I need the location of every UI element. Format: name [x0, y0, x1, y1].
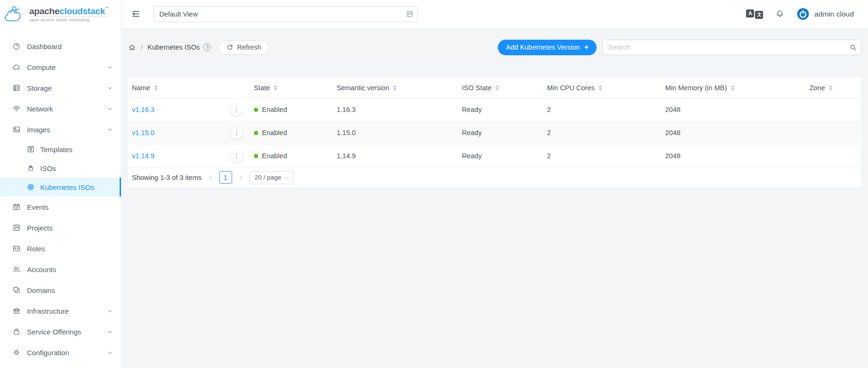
page-number-button[interactable]: 1: [219, 171, 232, 184]
page-content: / Kubernetes ISOs ? Refresh Add Kubernet…: [122, 28, 868, 368]
sidebar-item-dashboard[interactable]: Dashboard: [0, 36, 121, 57]
column-header-zone[interactable]: Zone: [806, 84, 861, 92]
table-card: Name State Semantic version ISO State Mi…: [128, 77, 861, 187]
reload-icon: [226, 44, 233, 51]
sidebar-item-isos[interactable]: ISOs: [0, 159, 121, 178]
version-link[interactable]: v1.14.9: [132, 152, 155, 160]
version-link[interactable]: v1.16.3: [132, 106, 155, 113]
brand-trademark: ™: [105, 6, 109, 10]
sidebar-item-label: Templates: [40, 145, 72, 154]
brand-apache: apache: [29, 6, 60, 16]
sidebar-item-label: Service Offerings: [27, 328, 81, 336]
column-header-name[interactable]: Name: [128, 84, 250, 92]
sort-icon: [731, 85, 735, 91]
sidebar-item-infrastructure[interactable]: Infrastructure: [0, 300, 121, 321]
pagination-summary: Showing 1-3 of 3 items: [132, 174, 202, 181]
sort-icon: [495, 85, 499, 91]
cloudstack-mascot-icon: [4, 4, 26, 25]
main-area: A 文 admin cloud / Kubernetes ISOs ?: [122, 0, 868, 368]
translate-letter-a: A: [746, 9, 754, 17]
min-memory-cell: 2048: [661, 152, 806, 160]
sidebar-item-network[interactable]: Network: [0, 98, 121, 119]
chevron-down-icon: [107, 65, 113, 70]
plus-icon: +: [584, 43, 589, 51]
user-menu[interactable]: admin cloud: [797, 8, 854, 20]
page-header: / Kubernetes ISOs ? Refresh Add Kubernet…: [128, 36, 861, 59]
roles-icon: [12, 244, 21, 253]
help-icon[interactable]: ?: [203, 43, 211, 51]
sidebar-item-label: Roles: [27, 245, 45, 253]
top-bar-right: A 文 admin cloud: [746, 8, 854, 20]
chevron-down-icon: [107, 308, 113, 314]
network-icon: [12, 104, 21, 113]
storage-icon: [12, 84, 21, 92]
accounts-icon: [12, 265, 21, 274]
app-window: apachecloudstack™ open source cloud comp…: [0, 0, 868, 368]
name-cell: v1.16.3 ⋮: [128, 98, 250, 121]
column-header-iso-state[interactable]: ISO State: [458, 84, 543, 92]
sidebar-item-service-offerings[interactable]: Service Offerings: [0, 321, 121, 342]
refresh-button[interactable]: Refresh: [218, 40, 269, 55]
sidebar-item-configuration[interactable]: Configuration: [0, 342, 121, 363]
table-header-row: Name State Semantic version ISO State Mi…: [128, 77, 861, 98]
sidebar-item-roles[interactable]: Roles: [0, 238, 121, 259]
sidebar: apachecloudstack™ open source cloud comp…: [0, 0, 122, 368]
sidebar-item-label: Dashboard: [27, 43, 61, 51]
sidebar-menu: Dashboard Compute Storage Network Images: [0, 28, 121, 363]
add-kubernetes-version-button[interactable]: Add Kubernetes Version +: [498, 40, 597, 55]
iso-state-cell: Ready: [458, 152, 543, 160]
more-actions-button[interactable]: ⋮: [231, 127, 243, 139]
project-icon[interactable]: [406, 10, 414, 18]
sidebar-item-label: Images: [27, 126, 50, 134]
state-text: Enabled: [262, 152, 287, 160]
more-actions-button[interactable]: ⋮: [231, 150, 243, 162]
sidebar-item-kubernetes-isos[interactable]: Kubernetes ISOs: [0, 178, 121, 197]
column-header-min-cpu-cores[interactable]: Min CPU Cores: [543, 84, 661, 92]
chevron-down-icon: [285, 175, 289, 180]
semantic-version-cell: 1.14.9: [333, 152, 458, 160]
state-text: Enabled: [262, 106, 287, 113]
bell-icon[interactable]: [775, 9, 784, 18]
sidebar-item-images[interactable]: Images: [0, 119, 121, 140]
table-row: v1.16.3 ⋮ Enabled 1.16.3 Ready 2 2048: [128, 98, 861, 121]
column-header-state[interactable]: State: [250, 84, 333, 92]
sort-icon: [393, 85, 397, 91]
status-dot: [254, 154, 258, 158]
sidebar-item-label: ISOs: [40, 164, 56, 172]
status-dot: [254, 131, 258, 135]
version-link[interactable]: v1.15.0: [132, 129, 155, 137]
next-page-icon[interactable]: [238, 174, 244, 180]
page-size-select[interactable]: 20 / page: [250, 171, 294, 184]
cloudstack-logo: apachecloudstack™ open source cloud comp…: [0, 0, 121, 28]
sidebar-item-storage[interactable]: Storage: [0, 77, 121, 98]
column-label: Zone: [809, 84, 825, 92]
infrastructure-icon: [12, 307, 21, 315]
chevron-down-icon: [107, 350, 113, 355]
sidebar-item-compute[interactable]: Compute: [0, 57, 121, 77]
state-text: Enabled: [262, 129, 287, 137]
view-selector-input[interactable]: [153, 6, 418, 22]
sort-icon: [829, 85, 833, 91]
home-icon[interactable]: [128, 43, 136, 51]
search-input[interactable]: [602, 40, 861, 55]
column-header-semantic-version[interactable]: Semantic version: [333, 84, 458, 92]
projects-icon: [12, 223, 21, 232]
chevron-down-icon: [107, 86, 113, 91]
min-memory-cell: 2048: [661, 106, 806, 113]
menu-fold-icon[interactable]: [131, 9, 141, 19]
search-icon[interactable]: [849, 43, 857, 51]
sidebar-item-domains[interactable]: Domains: [0, 280, 121, 300]
sidebar-item-projects[interactable]: Projects: [0, 217, 121, 238]
sidebar-item-accounts[interactable]: Accounts: [0, 259, 121, 280]
min-memory-cell: 2048: [661, 129, 806, 137]
translate-icon[interactable]: A 文: [746, 9, 763, 19]
isos-icon: [26, 164, 35, 172]
chevron-down-icon: [107, 106, 113, 111]
sidebar-item-label: Network: [27, 105, 53, 113]
sidebar-item-events[interactable]: Events: [0, 197, 121, 217]
page-size-label: 20 / page: [255, 174, 281, 181]
sidebar-item-templates[interactable]: Templates: [0, 140, 121, 159]
column-header-min-memory[interactable]: Min Memory (in MB): [661, 84, 806, 92]
more-actions-button[interactable]: ⋮: [231, 104, 243, 116]
prev-page-icon[interactable]: [208, 174, 214, 180]
